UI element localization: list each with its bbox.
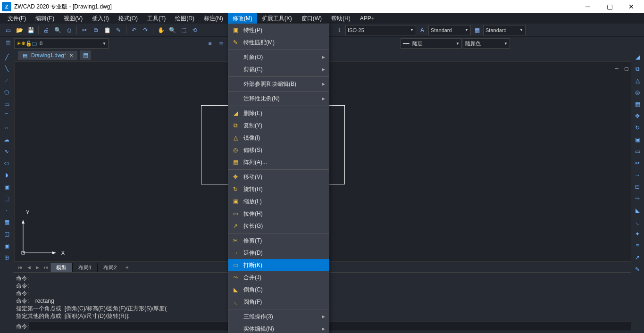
menu-modify[interactable]: 修改(M) [228,13,257,24]
hatch-tool[interactable]: ▦ [1,217,12,227]
menu-file[interactable]: 文件(F) [3,13,31,24]
mirror-tool[interactable]: △ [632,75,643,86]
modify-menu-item[interactable]: ◣倒角(C) [228,283,329,296]
close-button[interactable]: ✕ [620,0,642,13]
text-style-dropdown[interactable]: Standard▼ [428,25,471,35]
arc-tool[interactable]: ⌒ [1,111,12,121]
layer-manager-button[interactable]: ☰ [3,38,13,49]
menu-insert[interactable]: 插入(I) [87,13,113,24]
block-create-tool[interactable]: ⬚ [1,193,12,204]
align-left-button[interactable]: ≡ [205,38,215,49]
zoom-button[interactable]: 🔍 [167,25,177,35]
trim-tool[interactable]: ✂ [632,158,643,168]
match-button[interactable]: ✎ [113,25,124,35]
pan-button[interactable]: ✋ [156,25,166,35]
join-tool[interactable]: ⤳ [632,193,643,204]
modify-menu-item[interactable]: ✥移动(V) [228,171,329,183]
table-style-icon[interactable]: ▦ [472,25,482,35]
layout-tab[interactable]: 布局1 [72,263,97,272]
undo-button[interactable]: ↶ [129,25,139,35]
chamfer-tool[interactable]: ◣ [632,205,643,216]
modify-menu-item[interactable]: ⤳合并(J) [228,271,329,283]
maximize-button[interactable]: ▢ [599,0,620,13]
minimize-button[interactable]: ─ [577,0,599,13]
modify-menu-item[interactable]: ⧉复制(Y) [228,119,329,132]
modify-menu-item[interactable]: ▭拉伸(H) [228,208,329,220]
rotate-tool[interactable]: ↻ [632,123,643,133]
menu-help[interactable]: 帮助(H) [326,13,355,24]
polygon-tool[interactable]: ⬠ [1,87,12,98]
layout-tab[interactable]: 布局2 [97,263,122,272]
modify-menu-item[interactable]: ✎特性匹配(M) [228,36,329,49]
block-insert-tool[interactable]: ▣ [1,182,12,192]
edit-tool[interactable]: ✎ [632,264,643,275]
lengthen-tool[interactable]: ↗ [632,252,643,263]
align-center-button[interactable]: ≣ [216,38,226,49]
print-button[interactable]: 🖨 [41,25,51,35]
modify-menu-item[interactable]: ◟圆角(F) [228,296,329,308]
modify-menu-item[interactable]: ◎偏移(S) [228,144,329,156]
spline-tool[interactable]: ∿ [1,146,12,157]
plotstyle-dropdown[interactable]: 随颜色 ▼ [463,38,510,49]
layer-dropdown[interactable]: ☀❄🔓▢ 0 ▼ [14,38,109,49]
menu-tools[interactable]: 工具(T) [142,13,170,24]
lineweight-dropdown[interactable]: ━━ 随层 ▼ [401,38,462,49]
rectangle-tool[interactable]: ▭ [1,99,12,109]
modify-menu-item[interactable]: 对象(O)▶ [228,51,329,63]
modify-menu-item[interactable]: ✂修剪(T) [228,234,329,247]
save-button[interactable]: 💾 [25,25,36,35]
break-tool[interactable]: ⊟ [632,182,643,192]
paste-button[interactable]: 📋 [102,25,112,35]
menu-draw[interactable]: 绘图(D) [170,13,199,24]
modify-menu-item[interactable]: ↗拉长(G) [228,220,329,232]
table-tool[interactable]: ⊞ [1,252,12,263]
modify-menu-item[interactable]: ◢删除(E) [228,107,329,119]
gradient-tool[interactable]: ◫ [1,229,12,239]
erase-tool[interactable]: ◢ [632,52,643,62]
new-button[interactable]: ▭ [3,25,13,35]
move-tool[interactable]: ✥ [632,111,643,121]
redo-button[interactable]: ↷ [140,25,151,35]
modify-menu-item[interactable]: ▦阵列(A)... [228,156,329,168]
menu-window[interactable]: 窗口(W) [297,13,326,24]
modify-menu-item[interactable]: 实体编辑(N)▶ [228,323,329,333]
explode-tool[interactable]: ✦ [632,229,643,239]
point-tool[interactable]: · [1,205,12,216]
canvas-minimize[interactable]: ─ [612,65,621,72]
file-tab-list[interactable]: ▤ [80,50,91,60]
modify-menu-item[interactable]: →延伸(D) [228,247,329,259]
layout-next[interactable]: ▶ [33,263,42,272]
layout-last[interactable]: ⏭ [42,263,50,272]
file-tab-close[interactable]: × [70,52,73,58]
menu-view[interactable]: 视图(V) [59,13,87,24]
copy-button[interactable]: ⧉ [91,25,101,35]
menu-app[interactable]: APP+ [355,14,379,23]
offset-tool[interactable]: ◎ [632,87,643,98]
layout-tab[interactable]: 模型 [50,263,72,272]
modify-menu-item[interactable]: △镜像(I) [228,132,329,144]
zoom-prev-button[interactable]: ⟲ [190,25,200,35]
command-input[interactable] [29,322,641,331]
text-style-icon[interactable]: A [417,25,427,35]
file-tab-active[interactable]: ▤ Drawing1.dwg* × [18,51,77,60]
cut-button[interactable]: ✂ [79,25,90,35]
menu-edit[interactable]: 编辑(E) [31,13,59,24]
layout-prev[interactable]: ◀ [25,263,33,272]
modify-menu-item[interactable]: 三维操作(3)▶ [228,310,329,323]
modify-menu-item[interactable]: 剪裁(C)▶ [228,63,329,75]
modify-menu-item[interactable]: ↻旋转(R) [228,183,329,195]
ellipse-tool[interactable]: ⬭ [1,158,12,168]
table-style-dropdown[interactable]: Standard▼ [483,25,526,35]
canvas-restore[interactable]: ▢ [622,65,630,72]
layout-first[interactable]: ⏮ [16,263,25,272]
scale-tool[interactable]: ▣ [632,134,643,145]
extend-tool[interactable]: → [632,170,643,180]
circle-tool[interactable]: ○ [1,123,12,133]
stretch-tool[interactable]: ▭ [632,146,643,157]
align-tool[interactable]: ≡ [632,241,643,251]
revcloud-tool[interactable]: ☁ [1,134,12,145]
modify-menu-item[interactable]: ▭打断(K) [228,259,329,271]
line-tool[interactable]: ╱ [1,52,12,62]
dim-icon[interactable]: ⟟ [334,25,344,35]
modify-menu-item[interactable]: 外部参照和块编辑(B)▶ [228,78,329,90]
